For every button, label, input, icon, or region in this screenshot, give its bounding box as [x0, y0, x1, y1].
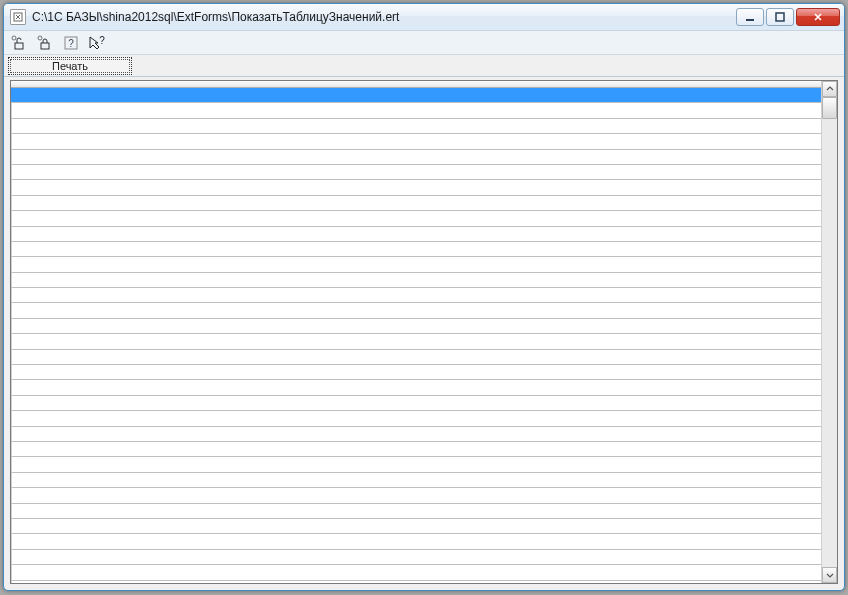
close-button[interactable] — [796, 8, 840, 26]
data-grid[interactable] — [11, 81, 821, 583]
table-row[interactable] — [11, 380, 821, 395]
table-row[interactable] — [11, 457, 821, 472]
lock-open-icon[interactable] — [10, 34, 28, 52]
table-row[interactable] — [11, 303, 821, 318]
table-row[interactable] — [11, 504, 821, 519]
table-row[interactable] — [11, 273, 821, 288]
table-row[interactable] — [11, 119, 821, 134]
svg-point-6 — [38, 36, 42, 40]
table-row[interactable] — [11, 288, 821, 303]
table-row[interactable] — [11, 88, 821, 103]
grid-header[interactable] — [11, 81, 821, 88]
table-row[interactable] — [11, 534, 821, 549]
table-row[interactable] — [11, 519, 821, 534]
grid-container — [10, 80, 838, 584]
minimize-button[interactable] — [736, 8, 764, 26]
table-row[interactable] — [11, 227, 821, 242]
toolbar: ? ? — [4, 31, 844, 55]
chevron-down-icon — [826, 571, 834, 579]
lock-closed-icon[interactable] — [36, 34, 54, 52]
svg-rect-2 — [776, 13, 784, 21]
table-row[interactable] — [11, 150, 821, 165]
print-button[interactable]: Печать — [8, 57, 132, 75]
scroll-thumb[interactable] — [822, 97, 837, 119]
table-row[interactable] — [11, 103, 821, 118]
svg-point-4 — [12, 36, 16, 40]
context-help-icon[interactable]: ? — [88, 34, 106, 52]
table-row[interactable] — [11, 319, 821, 334]
svg-rect-1 — [746, 19, 754, 21]
minimize-icon — [745, 12, 755, 22]
grid-body[interactable] — [11, 88, 821, 583]
app-window: C:\1С БАЗЫ\shina2012sql\ExtForms\Показат… — [3, 3, 845, 591]
table-row[interactable] — [11, 196, 821, 211]
table-row[interactable] — [11, 134, 821, 149]
svg-rect-5 — [41, 43, 49, 49]
table-row[interactable] — [11, 180, 821, 195]
table-row[interactable] — [11, 396, 821, 411]
maximize-icon — [775, 12, 785, 22]
table-row[interactable] — [11, 257, 821, 272]
table-row[interactable] — [11, 365, 821, 380]
table-row[interactable] — [11, 442, 821, 457]
maximize-button[interactable] — [766, 8, 794, 26]
titlebar[interactable]: C:\1С БАЗЫ\shina2012sql\ExtForms\Показат… — [4, 4, 844, 31]
svg-text:?: ? — [68, 38, 74, 49]
close-icon — [813, 12, 823, 22]
content-area — [4, 77, 844, 590]
table-row[interactable] — [11, 211, 821, 226]
table-row[interactable] — [11, 427, 821, 442]
table-row[interactable] — [11, 488, 821, 503]
window-title: C:\1С БАЗЫ\shina2012sql\ExtForms\Показат… — [32, 10, 736, 24]
vertical-scrollbar[interactable] — [821, 81, 837, 583]
svg-text:?: ? — [99, 35, 105, 46]
table-row[interactable] — [11, 165, 821, 180]
scroll-track[interactable] — [822, 97, 837, 567]
table-row[interactable] — [11, 350, 821, 365]
table-row[interactable] — [11, 565, 821, 580]
app-icon — [10, 9, 26, 25]
svg-rect-3 — [15, 43, 23, 49]
chevron-up-icon — [826, 85, 834, 93]
table-row[interactable] — [11, 411, 821, 426]
button-bar: Печать — [4, 55, 844, 77]
table-row[interactable] — [11, 473, 821, 488]
window-controls — [736, 8, 840, 26]
table-row[interactable] — [11, 550, 821, 565]
table-row[interactable] — [11, 334, 821, 349]
scroll-up-button[interactable] — [822, 81, 837, 97]
scroll-down-button[interactable] — [822, 567, 837, 583]
table-row[interactable] — [11, 242, 821, 257]
help-icon[interactable]: ? — [62, 34, 80, 52]
print-button-label: Печать — [52, 60, 88, 72]
